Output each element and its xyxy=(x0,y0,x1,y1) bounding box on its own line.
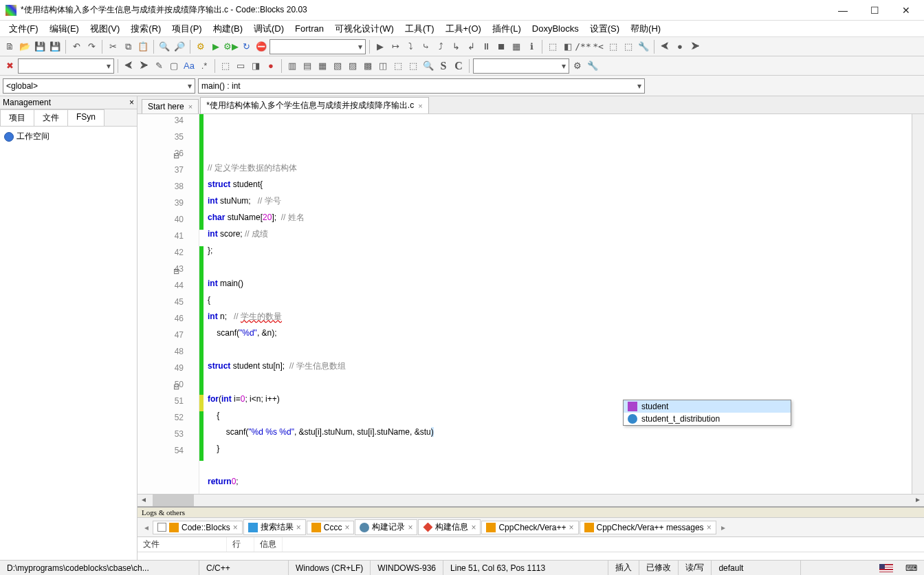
tog-icon[interactable]: ◨ xyxy=(249,59,263,73)
logtab-scroll-right[interactable]: ▸ xyxy=(717,523,729,532)
hscrollbar[interactable]: ◂▸ xyxy=(138,494,924,506)
regex-icon[interactable]: .* xyxy=(197,59,211,73)
zoom-icon[interactable]: 🔍 xyxy=(421,59,435,73)
menu-item[interactable]: 插件(L) xyxy=(487,21,526,36)
search-combo[interactable]: ▾ xyxy=(18,58,114,74)
target-combo[interactable]: ▾ xyxy=(270,39,366,54)
menu-item[interactable]: 编辑(E) xyxy=(45,21,84,36)
menu-item[interactable]: 构建(B) xyxy=(208,21,248,36)
s-icon[interactable]: S xyxy=(437,59,450,73)
b3-icon[interactable]: ▦ xyxy=(316,59,329,73)
dbg-runto-icon[interactable]: ↦ xyxy=(388,40,402,54)
menu-item[interactable]: 文件(F) xyxy=(4,21,43,36)
code-content[interactable]: // 定义学生数据的结构体struct student{ int stuNum;… xyxy=(204,114,912,494)
doxy-cmt-icon[interactable]: /** xyxy=(576,40,590,54)
find-icon[interactable]: 🔍 xyxy=(157,40,171,54)
project-tree[interactable]: 工作空间 xyxy=(0,127,137,560)
b9-icon[interactable]: ⬚ xyxy=(406,59,420,73)
run-icon[interactable]: ▶ xyxy=(209,40,223,54)
editor-tab[interactable]: *使用结构体输入多个学生信息与成绩并按成绩降序输出.c× xyxy=(200,97,428,113)
menu-item[interactable]: 工具(T) xyxy=(400,21,439,36)
menu-item[interactable]: Fortran xyxy=(290,22,329,35)
log-tab[interactable]: 构建信息× xyxy=(418,519,481,535)
hl2-icon[interactable]: ▢ xyxy=(167,59,181,73)
wrench-icon[interactable]: 🔧 xyxy=(586,59,600,73)
b8-icon[interactable]: ⬚ xyxy=(391,59,405,73)
dbg-stepi-icon[interactable]: ↲ xyxy=(464,40,478,54)
log-col-header[interactable]: 信息 xyxy=(254,537,283,552)
undo-icon[interactable]: ↶ xyxy=(69,40,83,54)
tab-close-icon[interactable]: × xyxy=(418,102,422,110)
cut-icon[interactable]: ✂ xyxy=(106,40,120,54)
build-run-icon[interactable]: ⚙▶ xyxy=(224,40,238,54)
b4-icon[interactable]: ▧ xyxy=(331,59,344,73)
c-icon[interactable]: C xyxy=(452,59,465,73)
scope-combo[interactable]: <global>▾ xyxy=(3,78,195,94)
gear1-icon[interactable]: ⚙ xyxy=(571,59,584,73)
rebuild-icon[interactable]: ↻ xyxy=(239,40,253,54)
dbg-step-icon[interactable]: ⤷ xyxy=(419,40,432,54)
b7-icon[interactable]: ◫ xyxy=(376,59,390,73)
dbg-start-icon[interactable]: ▶ xyxy=(373,40,387,54)
panel-close-icon[interactable]: × xyxy=(129,98,134,107)
hl1-icon[interactable]: ✎ xyxy=(152,59,166,73)
log-tab[interactable]: 构建记录× xyxy=(355,519,417,535)
menu-item[interactable]: 可视化设计(W) xyxy=(330,21,399,36)
close-button[interactable]: ✕ xyxy=(896,5,916,16)
b2-icon[interactable]: ▤ xyxy=(300,59,314,73)
case-icon[interactable]: Aa xyxy=(182,59,196,73)
save-all-icon[interactable]: 💾 xyxy=(48,40,62,54)
dbg-break-icon[interactable]: ⏸ xyxy=(479,40,493,54)
open-icon[interactable]: 📂 xyxy=(18,40,32,54)
maximize-button[interactable]: ☐ xyxy=(865,5,884,16)
dbg-stop-icon[interactable]: ⏹ xyxy=(494,40,508,54)
log-col-header[interactable]: 行 xyxy=(227,537,254,552)
log-tab[interactable]: Cccc× xyxy=(307,521,355,534)
doxy-ext-icon[interactable]: ◧ xyxy=(561,40,575,54)
tab-close-icon[interactable]: × xyxy=(188,102,192,111)
menu-item[interactable]: 项目(P) xyxy=(167,21,206,36)
menu-item[interactable]: 工具+(O) xyxy=(441,21,486,36)
b6-icon[interactable]: ▩ xyxy=(361,59,375,73)
nav-back-icon[interactable]: ⮜ xyxy=(658,40,672,54)
editor-tab[interactable]: Start here× xyxy=(142,99,199,113)
log-tab[interactable]: CppCheck/Vera++× xyxy=(481,521,578,534)
redo-icon[interactable]: ↷ xyxy=(85,40,98,54)
nav-mark-icon[interactable]: ● xyxy=(673,40,687,54)
autocomplete-popup[interactable]: studentstudent_t_distribution xyxy=(623,400,791,426)
menu-item[interactable]: 调试(D) xyxy=(249,21,289,36)
dbg-info-icon[interactable]: ℹ xyxy=(525,40,538,54)
replace-icon[interactable]: 🔎 xyxy=(173,40,186,54)
logtab-scroll-left[interactable]: ◂ xyxy=(140,523,153,532)
sel-icon[interactable]: ⬚ xyxy=(219,59,232,73)
copy-icon[interactable]: ⧉ xyxy=(121,40,135,54)
ime-icon[interactable]: ⌨ xyxy=(899,561,924,575)
menu-item[interactable]: 搜索(R) xyxy=(126,21,166,36)
build-icon[interactable]: ⚙ xyxy=(194,40,208,54)
doxy-help-icon[interactable]: ⬚ xyxy=(606,40,620,54)
next-icon[interactable]: ⮞ xyxy=(137,59,151,73)
paste-icon[interactable]: 📋 xyxy=(136,40,150,54)
status-prof[interactable]: default xyxy=(712,561,801,575)
minimize-button[interactable]: — xyxy=(833,5,852,16)
doxy-cfg-icon[interactable]: 🔧 xyxy=(637,40,650,54)
prev-icon[interactable]: ⮜ xyxy=(122,59,135,73)
clear-icon[interactable]: ✖ xyxy=(3,59,16,73)
log-tab[interactable]: CppCheck/Vera++ messages× xyxy=(580,521,716,534)
lang-flag-icon[interactable] xyxy=(879,564,893,572)
doxy-cmt2-icon[interactable]: *< xyxy=(591,40,605,54)
log-tab[interactable]: Code::Blocks× xyxy=(153,521,243,534)
workspace-node[interactable]: 工作空间 xyxy=(3,129,134,144)
sidebar-tab[interactable]: FSyn xyxy=(67,109,104,126)
new-file-icon[interactable]: 🗎 xyxy=(3,40,16,54)
code-view[interactable]: 343536⊟37383940414243⊟44454647484950⊟515… xyxy=(138,114,924,494)
doxy-chm-icon[interactable]: ⬚ xyxy=(622,40,635,54)
abort-icon[interactable]: ⛔ xyxy=(254,40,268,54)
log-col-header[interactable]: 文件 xyxy=(138,537,227,552)
autocomplete-item[interactable]: student_t_distribution xyxy=(624,413,791,425)
dbg-nexti-icon[interactable]: ↳ xyxy=(449,40,463,54)
nav-fwd-icon[interactable]: ⮞ xyxy=(688,40,702,54)
menu-item[interactable]: 视图(V) xyxy=(85,21,124,36)
line-gutter[interactable]: 343536⊟37383940414243⊟44454647484950⊟515… xyxy=(138,114,199,494)
vscrollbar[interactable] xyxy=(912,114,924,494)
